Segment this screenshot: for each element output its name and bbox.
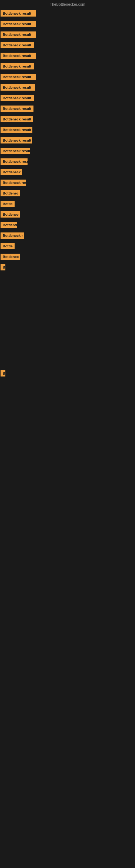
bottleneck-badge[interactable]: Bottleneck resu bbox=[1, 158, 28, 165]
bottleneck-badge[interactable]: Bottle bbox=[1, 201, 14, 207]
bottleneck-badge[interactable]: Bottleneck result bbox=[1, 105, 34, 112]
bottleneck-row: Bottlenec bbox=[0, 252, 135, 262]
bottleneck-row: Bottleneck result bbox=[0, 51, 135, 62]
bottleneck-badge[interactable]: Bottleneck result bbox=[1, 10, 36, 17]
bottleneck-row: Bottleneck r bbox=[0, 231, 135, 241]
bottleneck-row: Bottleneck result bbox=[0, 19, 135, 30]
bottleneck-badge[interactable]: Bottleneck result bbox=[1, 42, 34, 48]
bottleneck-badge[interactable]: Bottlenec bbox=[1, 211, 20, 218]
bottleneck-badge[interactable]: Bottleneck result bbox=[1, 74, 36, 80]
bottleneck-row: Bottleneck res bbox=[0, 178, 135, 188]
bottleneck-badge[interactable]: Bottleneck res bbox=[1, 180, 26, 186]
empty-row bbox=[0, 297, 135, 321]
site-title: TheBottlenecker.com bbox=[50, 2, 85, 6]
bottleneck-row: Bottleneck bbox=[0, 167, 135, 178]
bottleneck-badge[interactable]: Bottleneck bbox=[1, 169, 22, 175]
bottleneck-badge[interactable]: Bottleneck result bbox=[1, 137, 32, 144]
bottleneck-badge[interactable]: Bottleneck result bbox=[1, 95, 34, 101]
items-container: Bottleneck resultBottleneck resultBottle… bbox=[0, 8, 135, 476]
bottleneck-row: Bottle bbox=[0, 241, 135, 252]
bottleneck-row: Bottleneck result bbox=[0, 135, 135, 146]
bottleneck-row: Bottleneck result bbox=[0, 125, 135, 135]
bottleneck-badge[interactable]: Bottleneck result bbox=[1, 31, 36, 38]
bottleneck-row: Bottleneck result bbox=[0, 83, 135, 93]
bottleneck-badge[interactable]: Bottleneck result bbox=[1, 116, 33, 122]
bottleneck-badge[interactable]: Bottlenec bbox=[1, 190, 20, 196]
bottleneck-row: B bbox=[0, 262, 135, 273]
bottleneck-row: Bottleneck resu bbox=[0, 157, 135, 167]
bottleneck-badge[interactable]: Bottleneck result bbox=[1, 84, 35, 91]
bottleneck-row: Bottleneck result bbox=[0, 146, 135, 157]
bottleneck-badge[interactable]: B bbox=[1, 370, 5, 376]
bottleneck-badge[interactable]: Bottlenec bbox=[1, 254, 20, 260]
bottleneck-row: Bottle bbox=[0, 199, 135, 210]
bottleneck-row: Bottlend bbox=[0, 220, 135, 231]
empty-row bbox=[0, 345, 135, 369]
site-header: TheBottlenecker.com bbox=[0, 0, 135, 8]
empty-row bbox=[0, 379, 135, 403]
bottleneck-badge[interactable]: Bottleneck result bbox=[1, 63, 34, 69]
empty-row bbox=[0, 403, 135, 427]
bottleneck-row: Bottleneck result bbox=[0, 93, 135, 104]
bottleneck-badge[interactable]: Bottleneck result bbox=[1, 148, 30, 154]
bottleneck-row: Bottlenec bbox=[0, 188, 135, 199]
bottleneck-row: Bottleneck result bbox=[0, 104, 135, 115]
empty-row bbox=[0, 321, 135, 345]
empty-row bbox=[0, 273, 135, 297]
bottleneck-row: Bottleneck result bbox=[0, 72, 135, 83]
bottleneck-row: Bottleneck result bbox=[0, 40, 135, 51]
bottleneck-badge[interactable]: Bottleneck result bbox=[1, 127, 32, 133]
bottleneck-badge[interactable]: B bbox=[1, 264, 5, 271]
bottleneck-badge[interactable]: Bottleneck result bbox=[1, 21, 36, 27]
bottleneck-badge[interactable]: Bottle bbox=[1, 243, 14, 249]
bottleneck-row: Bottlenec bbox=[0, 210, 135, 220]
bottleneck-badge[interactable]: Bottleneck r bbox=[1, 232, 24, 239]
bottleneck-row: B bbox=[0, 369, 135, 379]
bottleneck-row: Bottleneck result bbox=[0, 9, 135, 19]
bottleneck-row: Bottleneck result bbox=[0, 115, 135, 125]
bottleneck-row: Bottleneck result bbox=[0, 30, 135, 40]
bottleneck-row: Bottleneck result bbox=[0, 62, 135, 72]
empty-row bbox=[0, 427, 135, 451]
bottleneck-badge[interactable]: Bottleneck result bbox=[1, 53, 36, 59]
bottleneck-badge[interactable]: Bottlend bbox=[1, 222, 17, 228]
empty-row bbox=[0, 451, 135, 475]
